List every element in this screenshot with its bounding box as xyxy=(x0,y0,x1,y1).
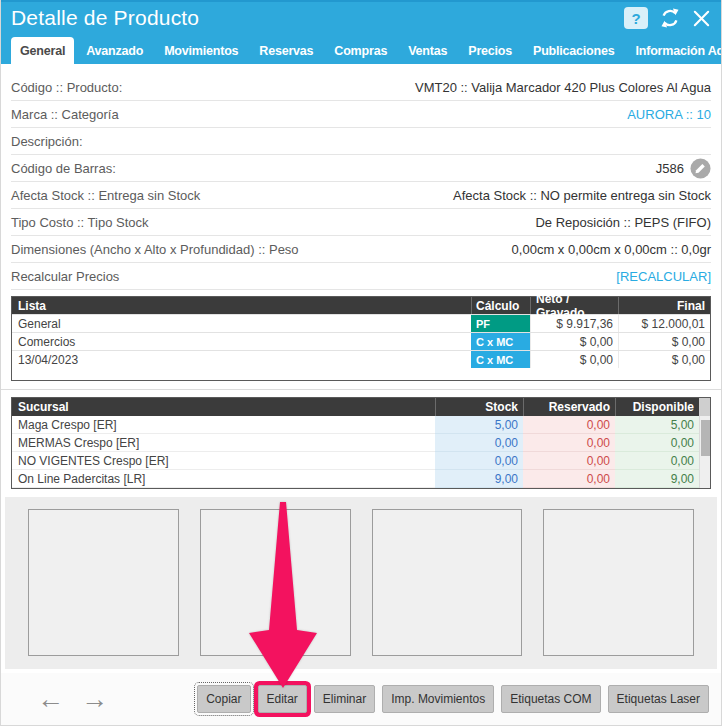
field-afecta-stock: Afecta Stock :: Entrega sin Stock Afecta… xyxy=(11,182,711,209)
field-recalcular: Recalcular Precios [RECALCULAR] xyxy=(11,263,711,290)
price-list-table: Lista Cálculo Neto / Gravado Final Gener… xyxy=(11,296,711,381)
stock-row[interactable]: MERMAS Crespo [ER] 0,00 0,00 0,00 xyxy=(12,434,710,452)
col-final: Final xyxy=(618,297,710,314)
tab-avanzado[interactable]: Avanzado xyxy=(77,37,152,64)
stock-row[interactable]: On Line Padercitas [LR] 9,00 0,00 9,00 xyxy=(12,470,710,488)
price-final: $ 0,00 xyxy=(618,333,710,350)
field-value: 0,00cm x 0,00cm x 0,00cm :: 0,0gr xyxy=(512,242,711,257)
field-codigo-producto: Código :: Producto: VMT20 :: Valija Marc… xyxy=(11,74,711,101)
tab-compras[interactable]: Compras xyxy=(325,37,396,64)
sucursal-name: On Line Padercitas [LR] xyxy=(12,470,435,488)
price-row-comercios[interactable]: Comercios C x MC $ 0,00 $ 0,00 xyxy=(12,332,710,350)
button-editar[interactable]: Editar xyxy=(258,685,307,713)
button-etiquetas-laser[interactable]: Etiquetas Laser xyxy=(608,685,709,713)
marca-categoria-link[interactable]: AURORA :: 10 xyxy=(627,107,711,122)
price-final: $ 0,00 xyxy=(618,351,710,368)
button-imp-movimientos[interactable]: Imp. Movimientos xyxy=(382,685,494,713)
product-image-placeholder-1[interactable] xyxy=(28,509,179,656)
section-divider xyxy=(1,389,721,390)
action-buttons: Copiar Editar Eliminar Imp. Movimientos … xyxy=(197,685,709,713)
field-dimensiones: Dimensiones (Ancho x Alto x Profundidad)… xyxy=(11,236,711,263)
price-row-general[interactable]: General PF $ 9.917,36 $ 12.000,01 xyxy=(12,314,710,332)
field-list: Código :: Producto: VMT20 :: Valija Marc… xyxy=(1,64,721,290)
price-lista: 13/04/2023 xyxy=(12,351,471,368)
close-icon[interactable] xyxy=(692,9,711,28)
field-label: Dimensiones (Ancho x Alto x Profundidad)… xyxy=(11,242,299,257)
reservado-value: 0,00 xyxy=(523,434,615,452)
price-lista: Comercios xyxy=(12,333,471,350)
col-sucursal: Sucursal xyxy=(12,398,435,416)
tab-precios[interactable]: Precios xyxy=(459,37,521,64)
tab-reservas[interactable]: Reservas xyxy=(250,37,322,64)
price-row-fecha[interactable]: 13/04/2023 C x MC $ 0,00 $ 0,00 xyxy=(12,350,710,368)
price-lista: General xyxy=(12,315,471,332)
field-marca-categoria: Marca :: Categoría AURORA :: 10 xyxy=(11,101,711,128)
edit-barcode-icon[interactable] xyxy=(690,158,711,179)
reservado-value: 0,00 xyxy=(523,416,615,434)
field-codigo-barras: Código de Barras: J586 xyxy=(11,155,711,182)
stock-value: 5,00 xyxy=(435,416,523,434)
stock-row[interactable]: NO VIGENTES Crespo [ER] 0,00 0,00 0,00 xyxy=(12,452,710,470)
tab-informacion-adicional[interactable]: Información Adicional xyxy=(627,37,722,64)
disponible-value: 0,00 xyxy=(615,434,699,452)
field-value-wrap: J586 xyxy=(656,158,711,179)
field-label: Recalcular Precios xyxy=(11,269,119,284)
price-neto: $ 0,00 xyxy=(530,333,618,350)
field-label: Descripción: xyxy=(11,134,83,149)
previous-record-icon[interactable]: ← xyxy=(37,686,64,713)
next-record-icon[interactable]: → xyxy=(81,686,108,713)
col-lista: Lista xyxy=(12,297,471,314)
calc-badge-cxmc: C x MC xyxy=(471,333,530,350)
col-stock: Stock xyxy=(435,398,523,416)
price-final: $ 12.000,01 xyxy=(618,315,710,332)
footer-bar: ← → Copiar Editar Eliminar Imp. Movimien… xyxy=(1,673,721,725)
refresh-icon[interactable] xyxy=(659,7,681,29)
field-value: VMT20 :: Valija Marcador 420 Plus Colore… xyxy=(415,80,711,95)
col-reservado: Reservado xyxy=(523,398,615,416)
button-copiar[interactable]: Copiar xyxy=(197,685,250,713)
field-value: Afecta Stock :: NO permite entrega sin S… xyxy=(453,188,711,203)
help-icon[interactable]: ? xyxy=(624,7,648,29)
field-label: Afecta Stock :: Entrega sin Stock xyxy=(11,188,200,203)
button-etiquetas-com[interactable]: Etiquetas COM xyxy=(501,685,600,713)
disponible-value: 5,00 xyxy=(615,416,699,434)
stock-value: 9,00 xyxy=(435,470,523,488)
button-eliminar[interactable]: Eliminar xyxy=(314,685,375,713)
product-image-placeholder-3[interactable] xyxy=(372,509,523,656)
product-images-panel xyxy=(5,497,717,669)
product-image-placeholder-2[interactable] xyxy=(200,509,351,656)
stock-table: Sucursal Stock Reservado Disponible Maga… xyxy=(11,397,711,489)
reservado-value: 0,00 xyxy=(523,470,615,488)
disponible-value: 0,00 xyxy=(615,452,699,470)
titlebar-icons: ? xyxy=(624,7,711,29)
product-detail-dialog: Detalle de Producto ? xyxy=(0,0,722,726)
disponible-value: 9,00 xyxy=(615,470,699,488)
sucursal-name: NO VIGENTES Crespo [ER] xyxy=(12,452,435,470)
dialog-title: Detalle de Producto xyxy=(11,6,624,30)
field-label: Código :: Producto: xyxy=(11,80,122,95)
price-neto: $ 9.917,36 xyxy=(530,315,618,332)
tab-movimientos[interactable]: Movimientos xyxy=(155,37,247,64)
sucursal-name: MERMAS Crespo [ER] xyxy=(12,434,435,452)
col-neto-gravado: Neto / Gravado xyxy=(530,297,618,314)
calc-badge-cxmc: C x MC xyxy=(471,351,530,368)
field-descripcion: Descripción: xyxy=(11,128,711,155)
tab-publicaciones[interactable]: Publicaciones xyxy=(524,37,623,64)
tab-bar: General Avanzado Movimientos Reservas Co… xyxy=(1,34,721,64)
tab-ventas[interactable]: Ventas xyxy=(399,37,456,64)
field-value: De Reposición :: PEPS (FIFO) xyxy=(535,215,711,230)
scrollbar-thumb[interactable] xyxy=(701,420,710,456)
field-label: Marca :: Categoría xyxy=(11,107,119,122)
price-row-empty xyxy=(12,368,710,380)
stock-value: 0,00 xyxy=(435,434,523,452)
col-disponible: Disponible xyxy=(615,398,699,416)
tab-general[interactable]: General xyxy=(11,37,74,64)
price-table-header: Lista Cálculo Neto / Gravado Final xyxy=(12,297,710,314)
recalcular-link[interactable]: [RECALCULAR] xyxy=(616,269,711,284)
product-image-placeholder-4[interactable] xyxy=(543,509,694,656)
stock-row[interactable]: Maga Crespo [ER] 5,00 0,00 5,00 xyxy=(12,416,710,434)
stock-value: 0,00 xyxy=(435,452,523,470)
stock-table-scrollbar[interactable] xyxy=(699,416,710,488)
record-navigation: ← → xyxy=(37,686,108,713)
col-calculo: Cálculo xyxy=(471,297,530,314)
